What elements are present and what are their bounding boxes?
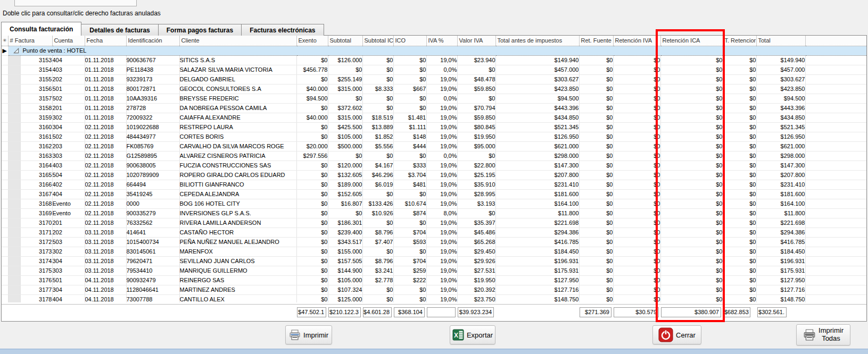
- table-row[interactable]: 317250303.11.20181015400734PEÑA NUÑEZ MA…: [2, 237, 866, 247]
- column-header-subtotal[interactable]: Subtotal: [328, 36, 362, 46]
- cell-total-antes-de-impuestos: $298.000: [495, 151, 579, 161]
- cell-subtotal: $16.807: [328, 199, 362, 208]
- cell-total: $521.345: [756, 122, 805, 132]
- table-row[interactable]: 315750201.11.201810AA39316BREYSSE FREDER…: [2, 94, 866, 103]
- cell-valor-iva: $65.268: [457, 237, 495, 247]
- table-row[interactable]: 315520201.11.201893239173DELGADO GABRIEL…: [2, 74, 866, 84]
- column-header-cliente[interactable]: Cliente: [179, 36, 296, 46]
- cell-retenci-n-iva: $0: [613, 247, 660, 256]
- cell-ret-fuente: $0: [579, 275, 613, 285]
- imprimir-todas-button[interactable]: Imprimir Todas: [796, 324, 850, 345]
- imprimir-button[interactable]: Imprimir: [285, 325, 332, 344]
- filler-cell: [805, 208, 866, 218]
- table-row[interactable]: 317020102.11.201876332562RIVERA LAMILLA …: [2, 218, 866, 227]
- cell-identificaci-n: 1015400734: [126, 237, 179, 247]
- cell-subtotal: $107.324: [328, 285, 362, 294]
- table-row[interactable]: 3168Evento02.11.20180000BOG 106 HOTEL CI…: [2, 199, 866, 208]
- group-indent-cell: [8, 94, 20, 103]
- column-header-total-antes-de-impuestos[interactable]: Total antes de impuestos: [495, 36, 579, 46]
- cell-cliente: CORTES BORIS: [179, 132, 296, 141]
- table-row[interactable]: 316640202.11.2018664494BILIOTTI GIANFRAN…: [2, 180, 866, 189]
- column-header-subtotal-ico[interactable]: Subtotal ICO: [362, 36, 393, 46]
- top-partial-control: [14, 0, 137, 6]
- table-row[interactable]: 317730404.11.20181128046641MARTINEZ ANDR…: [2, 285, 866, 294]
- table-row[interactable]: 315820101.11.2018278728DA NOBREGA PESSOA…: [2, 103, 866, 113]
- cell-subtotal-ico: $4.167: [362, 161, 393, 170]
- column-header-identificaci-n[interactable]: Identificación: [126, 36, 179, 46]
- cell-fecha: 01.11.2018: [85, 84, 126, 94]
- cell-retenci-n-ica: $0: [660, 247, 723, 256]
- table-row[interactable]: 3169Evento02.11.2018900335279INVERSIONES…: [2, 208, 866, 218]
- cell-cuenta: 501: [52, 275, 85, 285]
- cell-subtotal-ico: $5.556: [362, 141, 393, 151]
- column-header-cuenta[interactable]: Cuenta: [52, 36, 85, 46]
- table-row[interactable]: 316740402.11.201835419245CEPEDA ALEJANDR…: [2, 189, 866, 199]
- cell-fecha: 03.11.2018: [85, 266, 126, 275]
- table-row[interactable]: 315930201.11.201872009322CAIAFFA ALEXAND…: [2, 113, 866, 122]
- cell-total-antes-de-impuestos: $423.850: [495, 84, 579, 94]
- cell-fecha: 02.11.2018: [85, 208, 126, 218]
- cell-subtotal-ico: $6.019: [362, 180, 393, 189]
- cell-t-retencior: $0: [723, 199, 756, 208]
- column-header-iva[interactable]: IVA %: [426, 36, 457, 46]
- cell-retenci-n-iva: $0: [613, 161, 660, 170]
- column-header-ret-fuente[interactable]: Ret. Fuente: [579, 36, 613, 46]
- cell-cuenta: 303: [52, 151, 85, 161]
- table-row[interactable]: 315340401.11.2018900636767SITICS S.A.S$0…: [2, 55, 866, 65]
- column-header-factura[interactable]: # Factura: [8, 36, 52, 46]
- column-header-fecha[interactable]: Fecha: [85, 36, 126, 46]
- cell-retenci-n-iva: $0: [613, 65, 660, 74]
- cell-t-retencior: $0: [723, 294, 756, 302]
- cell-total-antes-de-impuestos: $303.627: [495, 74, 579, 84]
- cell-total-antes-de-impuestos: $196.931: [495, 256, 579, 266]
- cell-cliente: CASTAÑO HECTOR: [179, 227, 296, 237]
- cell-retenci-n-ica: $0: [660, 161, 723, 170]
- table-row[interactable]: 316220302.11.2018FK085769CARVALHO DA SIL…: [2, 141, 866, 151]
- cell-cuenta: 404: [52, 55, 85, 65]
- cell-total-antes-de-impuestos: $164.100: [495, 199, 579, 208]
- cell-ret-fuente: $0: [579, 151, 613, 161]
- group-row-punto-de-venta[interactable]: ▶Punto de venta : HOTEL: [2, 46, 866, 55]
- column-header-valor-iva[interactable]: Valor IVA: [457, 36, 495, 46]
- cell-total: $126.950: [756, 132, 805, 141]
- tab-forma-pagos-facturas[interactable]: Forma pagos facturas: [158, 24, 242, 36]
- cell-ico: $0: [393, 294, 426, 302]
- cell-ret-fuente: $0: [579, 122, 613, 132]
- cell-total: $196.931: [756, 256, 805, 266]
- column-header-ico[interactable]: ICO: [393, 36, 426, 46]
- cell-t-retencior: $0: [723, 285, 756, 294]
- table-row[interactable]: 315650101.11.2018800172871GEOCOL CONSULT…: [2, 84, 866, 94]
- table-row[interactable]: 317530303.11.201879534410MANRIQUE GUILLE…: [2, 266, 866, 275]
- column-header-exento[interactable]: Exento: [296, 36, 328, 46]
- column-header-retenci-n-ica[interactable]: Retención ICA: [660, 36, 723, 46]
- exportar-button[interactable]: X Exportar: [450, 325, 495, 344]
- cell-iva: 19,0%: [426, 132, 457, 141]
- cell-ret-fuente: $0: [579, 161, 613, 170]
- table-row[interactable]: 317430403.11.201879620471SEVILLANO JUAN …: [2, 256, 866, 266]
- cell-factura: 3163: [20, 151, 52, 161]
- column-header-retenci-n-iva[interactable]: Retención IVA: [613, 36, 660, 46]
- table-row[interactable]: 317330203.11.2018830145061MARENFOX$0$155…: [2, 247, 866, 256]
- cell-valor-iva: $28.995: [457, 189, 495, 199]
- row-indicator-cell: [2, 266, 8, 275]
- table-row[interactable]: 316150202.11.2018484434977CORTES BORIS$0…: [2, 132, 866, 141]
- column-header-total[interactable]: Total: [756, 36, 805, 46]
- tab-consulta-facturaci-n[interactable]: Consulta facturación: [1, 22, 81, 36]
- table-row[interactable]: 316550402.11.20181020789909ROPERO GIRALD…: [2, 170, 866, 180]
- table-row[interactable]: 315440301.11.2018PE118438SALAZAR SILVA M…: [2, 65, 866, 74]
- table-row[interactable]: 317120203.11.2018414641CASTAÑO HECTOR$0$…: [2, 227, 866, 237]
- cell-ico: $0: [393, 247, 426, 256]
- table-row[interactable]: 316440302.11.2018900638005FUCZIA CONSTRU…: [2, 161, 866, 170]
- column-header-t-retencior[interactable]: T. Retencior: [723, 36, 756, 46]
- table-row[interactable]: 317840404.11.201873007788CANTILLO ALEX$0…: [2, 294, 866, 302]
- group-indent-cell: [8, 122, 20, 132]
- table-row[interactable]: 317650104.11.2018900932479REINERGO SAS$0…: [2, 275, 866, 285]
- cell-subtotal: $144.900: [328, 266, 362, 275]
- cerrar-button[interactable]: Cerrar: [652, 325, 701, 344]
- tab-facturas-electr-nicas[interactable]: Facturas electrónicas: [241, 24, 324, 36]
- table-row[interactable]: 316330302.11.2018G12589895ALVAREZ CISNER…: [2, 151, 866, 161]
- table-row[interactable]: 316030402.11.20181019022688RESTREPO LAUR…: [2, 122, 866, 132]
- cell-valor-iva: $22.800: [457, 161, 495, 170]
- group-expand-icon[interactable]: [13, 48, 19, 54]
- tab-detalles-de-facturas[interactable]: Detalles de facturas: [81, 24, 158, 36]
